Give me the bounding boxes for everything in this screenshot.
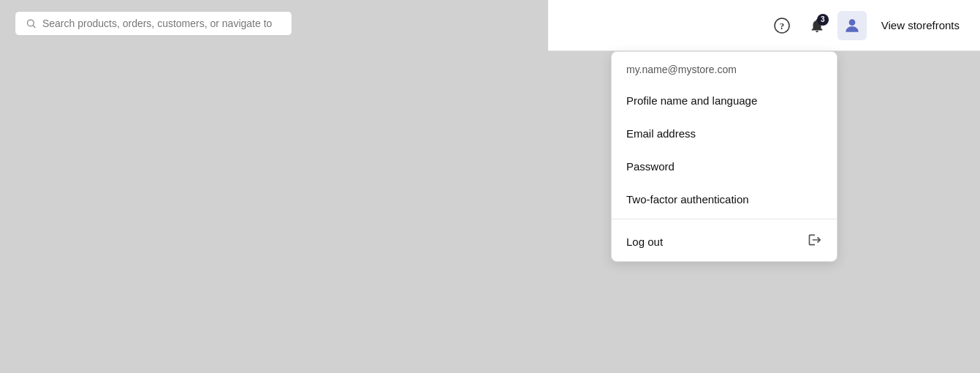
help-icon: ? [774,18,790,34]
search-icon [26,18,37,29]
search-container [15,11,292,36]
dropdown-item-password[interactable]: Password [612,150,837,183]
dropdown-item-email[interactable]: Email address [612,117,837,150]
help-button[interactable]: ? [767,11,797,40]
svg-text:?: ? [779,20,784,31]
user-avatar-button[interactable] [837,11,867,40]
user-icon [843,16,862,35]
svg-line-4 [33,26,35,28]
dropdown-item-2fa[interactable]: Two-factor authentication [612,183,837,216]
notification-button[interactable]: 3 [802,11,832,40]
logout-icon [808,233,822,251]
search-input[interactable] [42,18,281,29]
user-dropdown-menu: my.name@mystore.com Profile name and lan… [611,51,837,262]
view-storefronts-button[interactable]: View storefronts [873,13,968,37]
notification-badge: 3 [817,14,829,26]
dropdown-item-profile[interactable]: Profile name and language [612,84,837,117]
dropdown-item-logout[interactable]: Log out [612,222,837,261]
dropdown-email: my.name@mystore.com [612,52,837,84]
dropdown-divider [612,219,837,219]
svg-point-2 [848,19,855,26]
